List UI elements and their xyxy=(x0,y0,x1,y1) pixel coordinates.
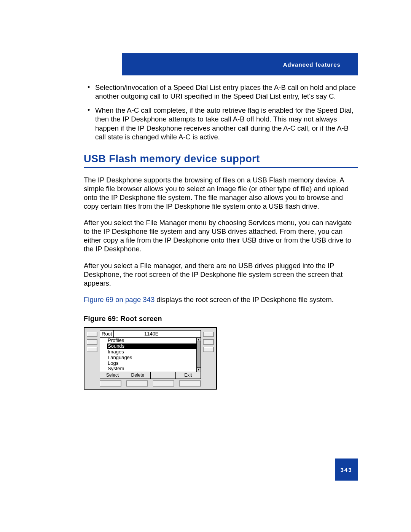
side-button[interactable] xyxy=(87,339,97,345)
hardware-softkey[interactable] xyxy=(100,380,121,387)
header-band: Advanced features xyxy=(122,53,358,75)
softkey-exit[interactable]: Exit xyxy=(176,372,201,379)
scroll-down-icon[interactable]: ▼ xyxy=(197,367,201,372)
scrollbar[interactable]: ▲ ▼ xyxy=(196,338,201,372)
screen-title: Root xyxy=(100,331,114,337)
screen-title-spacer xyxy=(189,331,201,337)
side-button[interactable] xyxy=(87,347,97,352)
hardware-softkey[interactable] xyxy=(179,380,201,387)
section-heading: USB Flash memory device support xyxy=(84,153,358,168)
list-item[interactable]: Profiles xyxy=(107,338,196,343)
list-item[interactable]: System xyxy=(107,366,196,372)
softkey-delete[interactable]: Delete xyxy=(125,372,150,379)
device-figure: Root 1140E Profiles Sounds Images Langua… xyxy=(84,327,217,390)
softkey-empty[interactable] xyxy=(151,372,176,379)
scroll-track[interactable] xyxy=(197,342,201,368)
side-button[interactable] xyxy=(203,339,214,345)
bullet-item: When the A-C call completes, if the auto… xyxy=(84,106,358,141)
bullet-list: Selection/invocation of a Speed Dial Lis… xyxy=(84,83,358,141)
softkey-select[interactable]: Select xyxy=(100,372,125,379)
list-item[interactable]: Logs xyxy=(107,361,196,366)
hardware-softkey[interactable] xyxy=(126,380,148,387)
paragraph: After you select a File manager, and the… xyxy=(84,261,358,288)
hardware-softkey-row xyxy=(87,380,214,387)
side-button[interactable] xyxy=(203,347,214,352)
list-item[interactable]: Languages xyxy=(107,355,196,361)
figure-caption: Figure 69: Root screen xyxy=(84,315,358,323)
paragraph: The IP Deskphone supports the browsing o… xyxy=(84,176,358,211)
right-side-buttons xyxy=(203,330,214,379)
file-list: Profiles Sounds Images Languages Logs Sy… xyxy=(100,338,196,372)
side-button[interactable] xyxy=(203,332,214,337)
paragraph: After you select the File Manager menu b… xyxy=(84,218,358,254)
screen-softkey-row: Select Delete Exit xyxy=(100,372,201,379)
device-screen: Root 1140E Profiles Sounds Images Langua… xyxy=(100,330,201,379)
side-button[interactable] xyxy=(87,332,97,337)
left-side-buttons xyxy=(87,330,97,379)
list-item-selected[interactable]: Sounds xyxy=(107,343,196,349)
cross-reference-link[interactable]: Figure 69 on page 343 xyxy=(84,296,155,304)
scroll-up-icon[interactable]: ▲ xyxy=(197,338,201,342)
list-item[interactable]: Images xyxy=(107,349,196,355)
hardware-softkey[interactable] xyxy=(153,380,175,387)
paragraph: Figure 69 on page 343 displays the root … xyxy=(84,295,358,304)
bullet-item: Selection/invocation of a Speed Dial Lis… xyxy=(84,83,358,101)
screen-titlebar: Root 1140E xyxy=(100,331,201,338)
paragraph-tail: displays the root screen of the IP Deskp… xyxy=(155,296,334,304)
header-section-label: Advanced features xyxy=(283,61,341,68)
screen-model: 1140E xyxy=(114,331,189,337)
content-area: Selection/invocation of a Speed Dial Lis… xyxy=(84,83,358,390)
page-number: 343 xyxy=(335,459,358,481)
